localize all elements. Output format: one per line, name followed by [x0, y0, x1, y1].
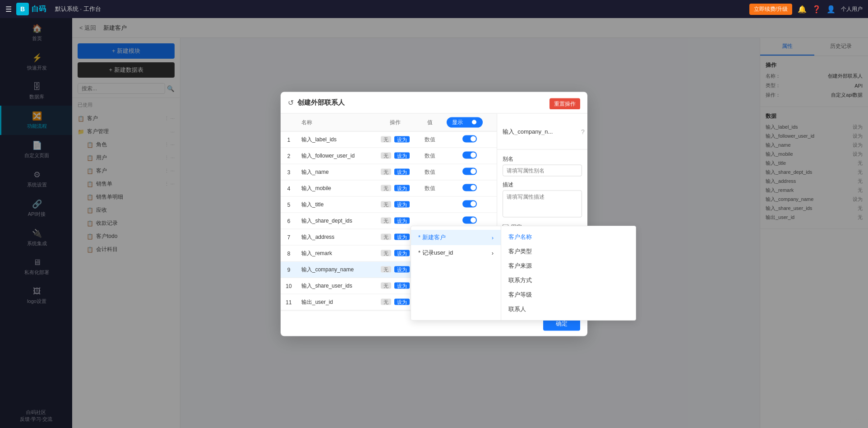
show-toggle-btn[interactable]: 显示	[447, 117, 483, 128]
op-none-tag[interactable]: 无	[381, 250, 391, 256]
row-num: 9	[281, 261, 297, 278]
dropdown-item-new-customer[interactable]: * 新建客户 ›	[411, 230, 501, 245]
op-none-tag[interactable]: 无	[381, 153, 391, 159]
row-num: 6	[281, 213, 297, 229]
op-set-tag[interactable]: 设为	[394, 136, 410, 143]
row-name: 输入_label_ids	[297, 131, 372, 148]
op-none-tag[interactable]: 无	[381, 266, 391, 273]
logo: B 白码	[16, 3, 46, 15]
row-value: 数值	[418, 148, 442, 164]
menu-icon[interactable]: ☰	[5, 5, 12, 14]
op-set-tag[interactable]: 设为	[394, 169, 410, 175]
dropdown-item-new-customer-label: * 新建客户	[418, 233, 446, 242]
dp-desc-textarea[interactable]	[503, 191, 582, 218]
dropdown-sub-item-2[interactable]: 客户来源	[501, 259, 636, 273]
dialog-header: ↺ 创建外部联系人 ⛶ ✕ 重置操作	[281, 92, 587, 114]
show-toggle-indicator	[465, 119, 477, 126]
dp-alias-input[interactable]	[503, 165, 582, 177]
dp-question-icon[interactable]: ?	[581, 128, 585, 135]
show-label: 显示	[452, 119, 463, 126]
col-num-header	[281, 114, 297, 132]
row-toggle[interactable]	[442, 131, 497, 148]
dropdown-popup: * 新建客户 › * 记录user_id › 客户名称 客户类型 客户来源 联系…	[411, 226, 636, 321]
dialog-title: 创建外部联系人	[297, 98, 563, 107]
logo-box: B	[16, 3, 29, 15]
dropdown-popup-left: * 新建客户 › * 记录user_id ›	[411, 226, 501, 320]
row-num: 4	[281, 180, 297, 196]
table-row[interactable]: 3 输入_name 无 设为 数值	[281, 164, 497, 180]
row-op: 无 设为	[372, 164, 418, 180]
op-none-tag[interactable]: 无	[381, 136, 391, 143]
table-row[interactable]: 1 输入_label_ids 无 设为 数值	[281, 131, 497, 148]
toggle-switch[interactable]	[462, 152, 477, 159]
topbar-title: 默认系统 · 工作台	[55, 5, 101, 13]
dropdown-sub-item-5[interactable]: 联系人	[501, 302, 636, 316]
row-num: 8	[281, 245, 297, 261]
upgrade-button[interactable]: 立即续费/升级	[749, 4, 792, 15]
toggle-switch[interactable]	[462, 200, 477, 208]
op-none-tag[interactable]: 无	[381, 299, 391, 305]
dropdown-popup-inner: * 新建客户 › * 记录user_id › 客户名称 客户类型 客户来源 联系…	[411, 226, 636, 320]
dropdown-popup-right: 客户名称 客户类型 客户来源 联系方式 客户等级 联系人	[501, 226, 636, 320]
table-row[interactable]: 4 输入_mobile 无 设为 数值	[281, 180, 497, 196]
op-set-tag[interactable]: 设为	[394, 218, 410, 224]
row-name: 输入_company_name	[297, 261, 372, 278]
op-none-tag[interactable]: 无	[381, 169, 391, 175]
col-show-header: 显示	[442, 114, 497, 132]
col-val-header: 值	[418, 114, 442, 132]
table-row[interactable]: 2 输入_follower_user_id 无 设为 数值	[281, 148, 497, 164]
row-op: 无 设为	[372, 148, 418, 164]
dp-title-input[interactable]	[503, 128, 578, 135]
row-name: 输入_address	[297, 229, 372, 245]
row-toggle[interactable]	[442, 180, 497, 196]
row-name: 输入_name	[297, 164, 372, 180]
op-none-tag[interactable]: 无	[381, 234, 391, 240]
row-value: 数值	[418, 164, 442, 180]
op-none-tag[interactable]: 无	[381, 185, 391, 191]
dropdown-sub-item-0[interactable]: 客户名称	[501, 230, 636, 244]
bell-icon[interactable]: 🔔	[798, 5, 807, 14]
user-icon[interactable]: 👤	[826, 5, 836, 14]
op-set-tag[interactable]: 设为	[394, 283, 410, 289]
toggle-switch[interactable]	[462, 168, 477, 175]
toggle-switch[interactable]	[462, 217, 477, 224]
reset-button[interactable]: 重置操作	[549, 98, 580, 110]
dp-alias-label: 别名	[503, 155, 582, 163]
row-num: 3	[281, 164, 297, 180]
show-toggle-header: 显示	[447, 117, 492, 128]
row-value: 数值	[418, 131, 442, 148]
toggle-switch[interactable]	[462, 184, 477, 191]
row-op: 无 设为	[372, 196, 418, 213]
op-none-tag[interactable]: 无	[381, 201, 391, 208]
row-name: 输入_share_dept_ids	[297, 213, 372, 229]
dropdown-sub-item-4[interactable]: 客户等级	[501, 288, 636, 302]
row-num: 10	[281, 278, 297, 294]
op-set-tag[interactable]: 设为	[394, 234, 410, 240]
dialog-refresh-icon[interactable]: ↺	[288, 98, 294, 107]
op-set-tag[interactable]: 设为	[394, 299, 410, 305]
toggle-switch[interactable]	[462, 135, 477, 143]
row-num: 11	[281, 294, 297, 310]
row-toggle[interactable]	[442, 148, 497, 164]
dropdown-item-record-label: * 记录user_id	[418, 249, 453, 257]
dropdown-sub-item-3[interactable]: 联系方式	[501, 273, 636, 288]
op-none-tag[interactable]: 无	[381, 218, 391, 224]
op-none-tag[interactable]: 无	[381, 283, 391, 289]
row-toggle[interactable]	[442, 164, 497, 180]
dropdown-sub-item-1[interactable]: 客户类型	[501, 244, 636, 259]
op-set-tag[interactable]: 设为	[394, 185, 410, 191]
op-set-tag[interactable]: 设为	[394, 153, 410, 159]
row-num: 7	[281, 229, 297, 245]
help-icon[interactable]: ❓	[812, 5, 821, 14]
op-set-tag[interactable]: 设为	[394, 266, 410, 273]
op-set-tag[interactable]: 设为	[394, 201, 410, 208]
dropdown-item-record-userid[interactable]: * 记录user_id ›	[411, 245, 501, 261]
row-name: 输入_remark	[297, 245, 372, 261]
row-name: 输入_follower_user_id	[297, 148, 372, 164]
row-name: 输入_title	[297, 196, 372, 213]
row-toggle[interactable]	[442, 196, 497, 213]
op-set-tag[interactable]: 设为	[394, 250, 410, 256]
table-row[interactable]: 5 输入_title 无 设为	[281, 196, 497, 213]
user-label[interactable]: 个人用户	[841, 5, 863, 13]
topbar-right: 立即续费/升级 🔔 ❓ 👤 个人用户	[749, 4, 863, 15]
